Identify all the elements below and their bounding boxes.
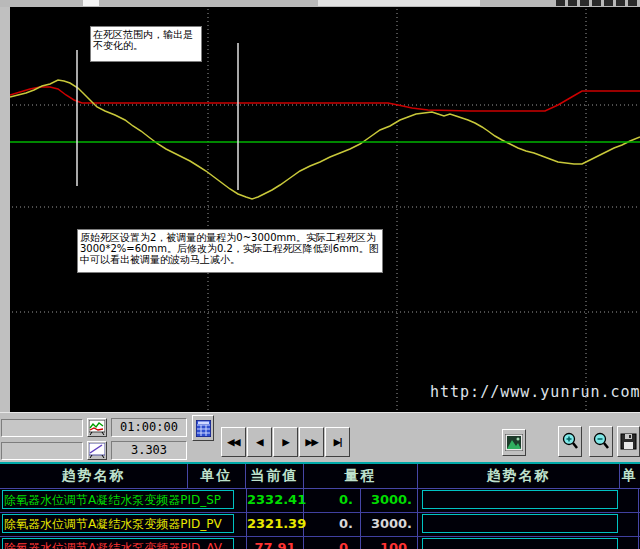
edge-segment [592,0,601,6]
unit-cell-2 [620,537,639,549]
current-value-cell: 77.91 [246,537,304,549]
table-row: 除氧器水位调节A凝结水泵变频器PID_AV 77.91 0. 100. [0,537,640,549]
zoom-out-icon [592,432,610,451]
range-low-cell: 0. [304,537,361,549]
trend-chart-panel: 在死区范围内，输出是不变化的。 原始死区设置为2，被调量的量程为0~3000mm… [10,7,640,412]
save-button[interactable] [617,426,640,457]
table-row: 除氧器水位调节A凝结水泵变频器PID_PV 2321.39 0. 3000. [0,513,640,537]
header-unit: 单位 [188,464,246,488]
zoom-in-icon [561,432,579,451]
scale-view-button[interactable] [87,441,107,460]
header-range: 量程 [304,464,418,488]
table-row: 除氧器水位调节A凝结水泵变频器PID_SP 2332.41 0. 3000. [0,489,640,513]
save-floppy-icon [620,433,637,450]
edge-segment [568,0,577,6]
curve-PID_PV [10,80,640,199]
keypad-icon [196,420,211,437]
curve-PID_SP [10,87,640,111]
edge-segment [580,0,589,6]
play-button[interactable]: ▶ [273,427,298,457]
trend-name-cell[interactable]: 除氧器水位调节A凝结水泵变频器PID_PV [2,514,234,533]
annotation-deadband-note: 在死区范围内，输出是不变化的。 [90,26,202,62]
header-trend-name: 趋势名称 [0,464,188,488]
window-top-edge [0,0,640,7]
rewind-button[interactable]: ◀◀ [221,427,246,457]
trend-name-cell[interactable]: 除氧器水位调节A凝结水泵变频器PID_SP [2,490,234,509]
header-current-value: 当前值 [246,464,304,488]
zoom-out-button[interactable] [589,426,613,457]
step-back-button[interactable]: ◀ [247,427,272,457]
trend-name-cell[interactable]: 除氧器水位调节A凝结水泵变频器PID_AV [2,538,234,549]
scale-line-icon [89,443,105,458]
unit-cell-2 [620,489,639,512]
trend-curves-svg [10,7,640,412]
edge-segment [616,0,625,6]
current-value-cell: 2321.39 [246,513,304,536]
interval-field[interactable]: 3.303 [111,441,187,460]
range-high-cell: 3000. [361,513,418,536]
range-low-cell: 0. [304,513,361,536]
toolbar: 01:00:00 3.303 ◀◀ ◀ ▶ ▶▶ ▶| 2除氧变频 [0,412,640,463]
annotation-deadband-detail: 原始死区设置为2，被调量的量程为0~3000mm。实际工程死区为3000*2%=… [77,229,383,273]
watermark-url: http://www.yunrun.com.cn [430,383,640,401]
range-high-cell: 3000. [361,489,418,512]
range-high-cell: 100. [361,537,418,549]
trend-table-rows: 除氧器水位调节A凝结水泵变频器PID_SP 2332.41 0. 3000. 除… [0,489,640,549]
range-low-cell: 0. [304,489,361,512]
trend-table-header: 趋势名称 单位 当前值 量程 趋势名称 单位 [0,464,640,489]
edge-segment [83,0,99,6]
edge-segment [318,0,480,6]
current-value-cell: 2332.41 [246,489,304,512]
trend-view-button[interactable] [87,418,107,437]
playback-controls: ◀◀ ◀ ▶ ▶▶ ▶| [219,425,353,459]
trend-chart-icon [89,420,105,435]
status-field-bottom [1,442,83,460]
status-field-top [1,419,83,437]
unit-cell-2 [620,513,639,536]
time-span-field[interactable]: 01:00:00 [111,418,187,437]
zoom-in-button[interactable] [558,426,582,457]
edge-segment [628,0,637,6]
go-to-end-button[interactable]: ▶| [325,427,350,457]
fast-forward-button[interactable]: ▶▶ [299,427,324,457]
header-trend-name-2: 趋势名称 [418,464,620,488]
trend-name-cell-2[interactable] [422,538,618,549]
edge-segment [604,0,613,6]
edge-segment [556,0,565,6]
keypad-button[interactable] [192,415,214,441]
header-unit-2: 单位 [620,464,640,488]
snapshot-button[interactable] [502,429,526,456]
picture-icon [505,434,523,451]
trend-name-cell-2[interactable] [422,514,618,533]
trend-table: 趋势名称 单位 当前值 量程 趋势名称 单位 除氧器水位调节A凝结水泵变频器PI… [0,462,640,549]
trend-name-cell-2[interactable] [422,490,618,509]
